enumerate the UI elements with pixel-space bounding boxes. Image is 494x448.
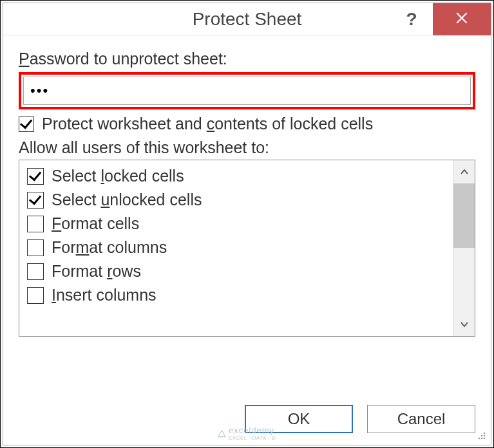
permission-label: Format rows [52, 262, 141, 281]
permission-item[interactable]: Select unlocked cells [22, 188, 450, 212]
permissions-list[interactable]: Select locked cellsSelect unlocked cells… [19, 160, 453, 336]
permission-label: Format columns [52, 238, 167, 257]
svg-point-2 [484, 435, 486, 437]
permission-checkbox[interactable] [27, 168, 44, 185]
protect-contents-checkbox[interactable] [19, 117, 34, 132]
cancel-button[interactable]: Cancel [367, 405, 475, 433]
password-highlight [19, 72, 475, 109]
close-button[interactable] [433, 3, 491, 35]
permission-checkbox[interactable] [27, 287, 44, 304]
svg-point-1 [481, 435, 483, 437]
permissions-listbox: Select locked cellsSelect unlocked cells… [19, 160, 475, 337]
svg-point-4 [481, 438, 483, 440]
permission-label: Select locked cells [52, 167, 184, 185]
password-input[interactable] [23, 77, 471, 105]
watermark-icon [217, 429, 226, 438]
permission-checkbox[interactable] [27, 239, 44, 256]
chevron-up-icon [460, 169, 469, 175]
permission-label: Format cells [52, 214, 139, 233]
dialog-title: Protect Sheet [193, 9, 302, 30]
allow-users-label: Allow all users of this worksheet to: [19, 138, 475, 157]
permission-checkbox[interactable] [27, 216, 44, 232]
watermark: exceldemy EXCEL · DATA · BI [217, 425, 277, 441]
password-label: Password to unprotect sheet: [19, 50, 475, 68]
scrollbar [453, 160, 475, 336]
help-icon: ? [406, 9, 417, 30]
protect-sheet-dialog: Protect Sheet ? Password to unprotect sh… [3, 3, 491, 445]
scroll-up-button[interactable] [453, 160, 475, 183]
protect-contents-label: Protect worksheet and contents of locked… [42, 115, 373, 133]
help-button[interactable]: ? [395, 3, 428, 35]
scroll-thumb[interactable] [453, 183, 475, 248]
scroll-down-button[interactable] [453, 313, 475, 336]
resize-grip-icon [475, 429, 487, 441]
ok-button-label: OK [288, 410, 310, 428]
protect-contents-row[interactable]: Protect worksheet and contents of locked… [19, 115, 475, 133]
permission-checkbox[interactable] [27, 263, 44, 280]
permission-checkbox[interactable] [27, 192, 44, 209]
close-icon [455, 11, 469, 28]
svg-point-3 [479, 438, 480, 440]
permission-label: Select unlocked cells [52, 191, 202, 209]
svg-point-0 [484, 433, 486, 434]
permission-item[interactable]: Format cells [22, 212, 450, 236]
permission-item[interactable]: Format rows [22, 259, 450, 283]
permission-item[interactable]: Select locked cells [22, 164, 450, 188]
cancel-button-label: Cancel [397, 410, 446, 428]
permission-label: Insert columns [52, 286, 157, 304]
permission-item[interactable]: Insert columns [22, 283, 450, 307]
chevron-down-icon [460, 321, 469, 328]
dialog-footer: OK Cancel exceldemy EXCEL · DATA · BI [3, 393, 491, 445]
resize-grip[interactable] [475, 429, 487, 441]
titlebar: Protect Sheet ? [3, 3, 491, 35]
svg-point-5 [484, 438, 486, 440]
permission-item[interactable]: Format columns [22, 236, 450, 259]
